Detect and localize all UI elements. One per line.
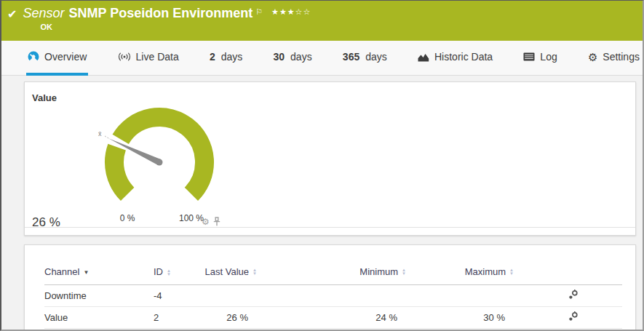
tab-settings-label: Settings	[603, 51, 640, 63]
channel-header-label: Channel	[44, 266, 79, 277]
channels-table: Channel▼ ID▲▼ Last Value▲▼ Minimum▲▼ Max…	[44, 260, 622, 329]
tab-2-days-label: days	[221, 51, 243, 63]
area-chart-icon	[418, 52, 429, 62]
minimum-cell	[257, 284, 406, 306]
maximum-cell: 30 %	[406, 306, 514, 328]
value-gauge	[25, 82, 637, 235]
channel-settings-gears-icon[interactable]	[568, 311, 579, 324]
sort-desc-icon: ▼	[83, 269, 89, 276]
pin-icon[interactable]	[213, 217, 220, 226]
log-list-icon	[523, 52, 535, 61]
last-value-cell: 26 %	[197, 306, 257, 328]
channel-name-cell: Value	[44, 306, 154, 328]
object-type-label: Sensor	[23, 5, 64, 21]
tab-live-data[interactable]: Live Data	[116, 41, 180, 76]
tab-overview[interactable]: Overview	[26, 41, 88, 76]
gauge-icon	[28, 51, 39, 63]
channels-panel: Channel▼ ID▲▼ Last Value▲▼ Minimum▲▼ Max…	[24, 244, 636, 331]
last-value-header-label: Last Value	[205, 266, 249, 277]
gauge-panel: Value x̄ 0 % 100 % ⚙ 26 %	[24, 81, 636, 236]
gauge-footer-divider	[25, 227, 635, 228]
channel-name-cell: Downtime	[44, 284, 154, 306]
table-header-row: Channel▼ ID▲▼ Last Value▲▼ Minimum▲▼ Max…	[44, 260, 622, 284]
tab-live-data-label: Live Data	[136, 51, 179, 63]
tab-30-days-label: days	[290, 51, 312, 63]
gauge-min-label: 0 %	[107, 213, 148, 223]
minimum-cell: 24 %	[257, 306, 406, 328]
column-header-channel[interactable]: Channel▼	[44, 260, 154, 284]
sort-icon: ▲▼	[167, 269, 171, 276]
column-header-last-value[interactable]: Last Value▲▼	[197, 260, 257, 284]
last-value-cell	[197, 284, 257, 306]
tab-2-days[interactable]: 2 days	[208, 41, 244, 76]
channel-settings-gears-icon[interactable]	[568, 290, 579, 302]
sensor-page: ✔ Sensor SNMP Poseidon Environment ⚐ ★★★…	[0, 0, 644, 331]
column-header-maximum[interactable]: Maximum▲▼	[406, 260, 514, 284]
channel-id-cell: 2	[154, 306, 197, 328]
tab-30-days-number: 30	[274, 51, 285, 63]
broadcast-icon	[118, 52, 131, 62]
table-row[interactable]: Value 2 26 % 24 % 30 %	[44, 306, 622, 328]
gauge-arc-low	[114, 147, 127, 194]
tab-365-days[interactable]: 365 days	[341, 41, 389, 76]
column-header-actions	[514, 260, 622, 284]
tab-2-days-number: 2	[210, 51, 215, 63]
column-header-id[interactable]: ID▲▼	[154, 260, 197, 284]
column-header-minimum[interactable]: Minimum▲▼	[257, 260, 406, 284]
tab-historic-data[interactable]: Historic Data	[416, 41, 494, 76]
priority-flag-icon[interactable]: ⚐	[255, 4, 263, 20]
gauge-settings-gear-icon[interactable]: ⚙	[202, 218, 210, 226]
tab-overview-label: Overview	[44, 51, 87, 63]
mean-marker-label: x̄	[98, 130, 102, 137]
id-header-label: ID	[154, 266, 163, 277]
maximum-cell	[406, 284, 514, 306]
tab-365-days-number: 365	[343, 51, 359, 63]
status-badge: OK	[40, 23, 311, 31]
gauge-arc-high	[121, 117, 204, 194]
maximum-header-label: Maximum	[465, 266, 506, 277]
sort-icon: ▲▼	[509, 268, 514, 276]
table-row[interactable]: Downtime -4	[44, 284, 622, 306]
minimum-header-label: Minimum	[359, 266, 398, 277]
tab-365-days-label: days	[365, 51, 387, 63]
tab-bar: Overview Live Data 2 days 30 days 365 da…	[1, 41, 643, 76]
tab-30-days[interactable]: 30 days	[272, 41, 314, 76]
priority-stars[interactable]: ★★★☆☆	[271, 4, 311, 20]
sensor-title-line: Sensor SNMP Poseidon Environment ⚐ ★★★☆☆	[23, 5, 311, 21]
tab-log[interactable]: Log	[522, 41, 558, 76]
gauge-toolbar: ⚙	[202, 217, 220, 226]
gear-icon: ⚙	[588, 52, 597, 63]
ok-check-icon: ✔	[7, 7, 17, 21]
tab-historic-data-label: Historic Data	[434, 51, 493, 63]
page-title: SNMP Poseidon Environment	[68, 5, 253, 21]
gauge-current-value: 26 %	[32, 215, 60, 230]
sensor-title-block: Sensor SNMP Poseidon Environment ⚐ ★★★☆☆…	[23, 5, 311, 31]
sensor-status-header: ✔ Sensor SNMP Poseidon Environment ⚐ ★★★…	[1, 1, 643, 41]
tab-settings[interactable]: ⚙ Settings	[587, 41, 641, 76]
channel-id-cell: -4	[154, 284, 197, 306]
tab-log-label: Log	[540, 51, 557, 63]
